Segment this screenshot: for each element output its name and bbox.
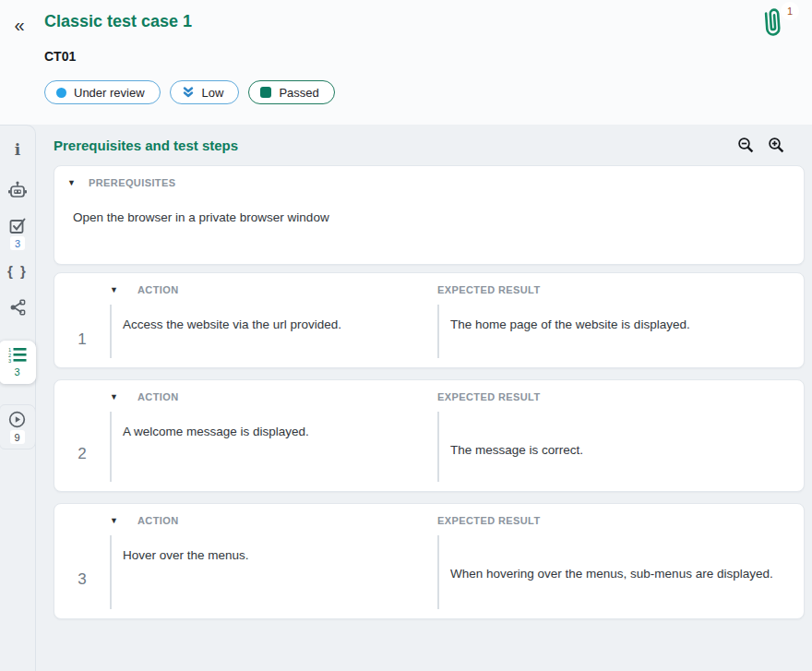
steps-count-badge: 3 bbox=[10, 365, 25, 378]
page-title: Classic test case 1 bbox=[44, 12, 192, 31]
priority-low-icon bbox=[182, 86, 195, 99]
step-expected-text[interactable]: The home page of the website is displaye… bbox=[450, 316, 782, 334]
numbered-list-icon: 1 2 3 bbox=[8, 347, 27, 363]
collapse-triangle-icon[interactable]: ▼ bbox=[67, 178, 80, 187]
badges-row: Under review Low Passed bbox=[44, 80, 335, 104]
attachments-button[interactable]: 1 bbox=[758, 6, 795, 46]
robot-icon bbox=[7, 181, 28, 199]
curly-braces-icon: { } bbox=[7, 263, 28, 279]
attachment-count-badge: 1 bbox=[781, 2, 799, 20]
sidebar-item-tests[interactable]: 3 bbox=[0, 217, 35, 250]
zoom-in-icon bbox=[768, 137, 785, 154]
play-circle-icon bbox=[8, 411, 26, 428]
step-action-text[interactable]: Access the website via the url provided. bbox=[123, 316, 428, 334]
result-badge-label: Passed bbox=[279, 86, 318, 100]
section-header: Prerequisites and test steps bbox=[54, 135, 805, 155]
prerequisites-label: PREREQUISITES bbox=[89, 177, 175, 188]
test-step-row: 3 ▼ ACTION Hover over the menus. EXPECTE… bbox=[54, 503, 805, 619]
status-dot-icon bbox=[56, 88, 66, 98]
prerequisites-text[interactable]: Open the browser in a private browser wi… bbox=[73, 210, 791, 224]
checkbox-check-icon bbox=[8, 217, 27, 234]
zoom-out-icon bbox=[737, 137, 755, 154]
section-title: Prerequisites and test steps bbox=[54, 138, 238, 153]
share-icon bbox=[9, 299, 27, 316]
main-panel: Prerequisites and test steps bbox=[36, 125, 812, 671]
step-number: 1 bbox=[78, 330, 86, 358]
sidebar-item-parameters[interactable]: { } bbox=[0, 263, 35, 279]
back-button[interactable]: « bbox=[7, 13, 31, 37]
step-action-text[interactable]: A welcome message is displayed. bbox=[123, 423, 428, 441]
expected-column-label: EXPECTED RESULT bbox=[437, 284, 541, 295]
test-step-row: 1 ▼ ACTION Access the website via the ur… bbox=[54, 272, 805, 368]
priority-badge[interactable]: Low bbox=[170, 80, 240, 104]
zoom-controls bbox=[737, 136, 805, 154]
priority-badge-label: Low bbox=[202, 86, 224, 100]
step-action-text[interactable]: Hover over the menus. bbox=[123, 546, 428, 565]
zoom-out-button[interactable] bbox=[737, 136, 756, 154]
step-number: 2 bbox=[78, 445, 86, 482]
action-column-label: ACTION bbox=[137, 391, 179, 402]
expected-column-label: EXPECTED RESULT bbox=[437, 515, 541, 526]
action-column-label: ACTION bbox=[137, 284, 179, 295]
status-badge[interactable]: Under review bbox=[44, 80, 161, 104]
sidebar: i bbox=[0, 125, 36, 671]
step-expected-text[interactable]: When hovering over the menus, sub-menus … bbox=[450, 546, 782, 584]
svg-text:3: 3 bbox=[8, 358, 11, 363]
result-badge[interactable]: Passed bbox=[248, 80, 334, 104]
collapse-triangle-icon[interactable]: ▼ bbox=[110, 392, 123, 401]
collapse-triangle-icon[interactable]: ▼ bbox=[110, 285, 123, 294]
zoom-in-button[interactable] bbox=[768, 136, 786, 154]
sidebar-item-info[interactable]: i bbox=[0, 141, 35, 158]
step-expected-text[interactable]: The message is correct. bbox=[450, 423, 782, 461]
status-badge-label: Under review bbox=[74, 86, 145, 100]
tests-count-badge: 3 bbox=[10, 236, 25, 250]
page-header: « Classic test case 1 1 CT01 Under revie… bbox=[0, 0, 812, 125]
sidebar-tab-steps[interactable]: 1 2 3 3 bbox=[0, 341, 36, 384]
sidebar-tab-runs[interactable]: 9 bbox=[0, 404, 36, 449]
expected-column-label: EXPECTED RESULT bbox=[437, 391, 541, 402]
runs-count-badge: 9 bbox=[10, 430, 25, 444]
test-step-row: 2 ▼ ACTION A welcome message is displaye… bbox=[54, 379, 805, 492]
case-id: CT01 bbox=[44, 49, 76, 64]
content-area: i bbox=[0, 125, 812, 671]
prerequisites-card: ▼ PREREQUISITES Open the browser in a pr… bbox=[54, 165, 805, 265]
action-column-label: ACTION bbox=[137, 515, 179, 526]
sidebar-item-automation[interactable] bbox=[0, 181, 35, 199]
collapse-triangle-icon[interactable]: ▼ bbox=[110, 516, 123, 525]
info-icon: i bbox=[15, 141, 20, 158]
sidebar-item-share[interactable] bbox=[0, 299, 35, 316]
step-number: 3 bbox=[78, 570, 86, 609]
result-square-icon bbox=[260, 87, 271, 98]
